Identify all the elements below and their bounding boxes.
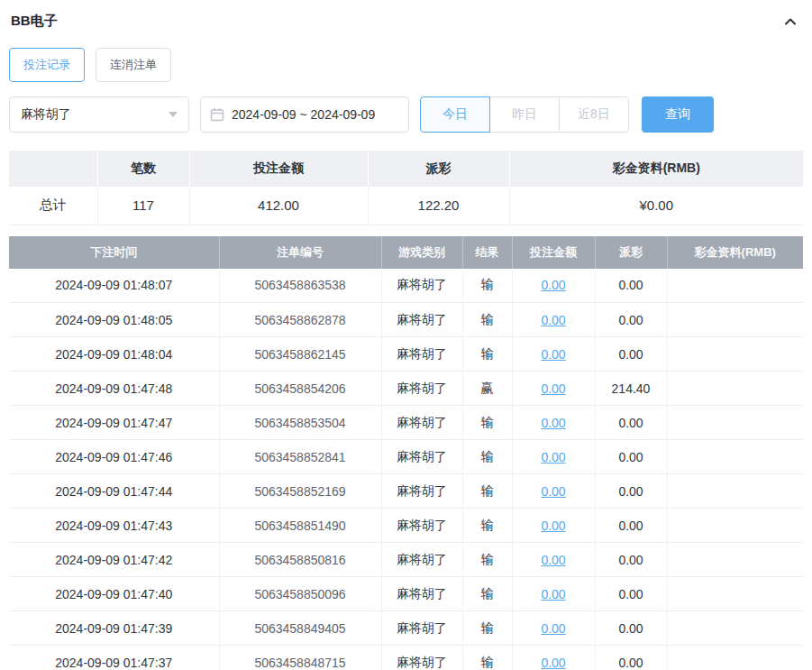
summary-total-label: 总计 [9, 187, 97, 225]
summary-header-bonus: 彩金资料(RMB) [509, 151, 803, 187]
quick-button-yesterday[interactable]: 昨日 [489, 96, 560, 133]
summary-total-count: 117 [97, 187, 189, 225]
cell-bet-amount: 0.00 [512, 337, 595, 372]
summary-total-bet-amount: 412.00 [189, 187, 368, 225]
filter-bar: 麻将胡了 2024-09-09 ~ 2024-09-09 今日 昨日 近8日 查… [9, 96, 803, 133]
bet-table-header-row: 下注时间注单编号游戏类别结果投注金额派彩彩金资料(RMB) [9, 236, 803, 269]
bet-amount-link[interactable]: 0.00 [541, 656, 565, 670]
summary-header-row: 笔数 投注金额 派彩 彩金资料(RMB) [9, 151, 803, 187]
date-range-input[interactable]: 2024-09-09 ~ 2024-09-09 [200, 96, 409, 133]
cell-bet-amount: 0.00 [512, 303, 595, 337]
column-header-order-id: 注单编号 [219, 236, 381, 269]
collapse-panel-button[interactable] [783, 14, 798, 29]
bet-amount-link[interactable]: 0.00 [541, 587, 565, 601]
cell-order-id: 5063458849405 [219, 611, 381, 646]
table-row: 2024-09-09 01:47:395063458849405麻将胡了输0.0… [9, 611, 803, 646]
cell-bet-amount: 0.00 [512, 611, 595, 646]
cell-order-id: 5063458850816 [219, 543, 381, 577]
cell-result: 输 [462, 543, 512, 577]
column-header-time: 下注时间 [9, 236, 219, 269]
cell-game-type: 麻将胡了 [381, 440, 462, 474]
bet-amount-link[interactable]: 0.00 [541, 621, 565, 636]
bet-amount-link[interactable]: 0.00 [541, 553, 565, 567]
cell-result: 输 [462, 303, 512, 337]
cell-order-id: 5063458852169 [219, 474, 381, 509]
cell-game-type: 麻将胡了 [381, 372, 462, 406]
cell-bonus [667, 646, 803, 670]
cell-order-id: 5063458854206 [219, 372, 381, 406]
cell-order-id: 5063458851490 [219, 509, 381, 543]
cell-payout: 214.40 [595, 372, 667, 406]
cell-payout: 0.00 [595, 611, 667, 646]
cell-game-type: 麻将胡了 [381, 303, 462, 337]
cell-result: 输 [462, 509, 512, 543]
cell-time: 2024-09-09 01:47:40 [9, 577, 219, 611]
bet-amount-link[interactable]: 0.00 [541, 381, 565, 396]
cell-game-type: 麻将胡了 [381, 646, 462, 670]
table-row: 2024-09-09 01:47:405063458850096麻将胡了输0.0… [9, 577, 803, 611]
bet-amount-link[interactable]: 0.00 [541, 278, 565, 292]
cell-time: 2024-09-09 01:47:46 [9, 440, 219, 474]
table-row: 2024-09-09 01:47:435063458851490麻将胡了输0.0… [9, 509, 803, 543]
cell-game-type: 麻将胡了 [381, 337, 462, 372]
cell-order-id: 5063458863538 [219, 269, 381, 303]
table-row: 2024-09-09 01:47:445063458852169麻将胡了输0.0… [9, 474, 803, 509]
quick-button-last8days[interactable]: 近8日 [559, 96, 629, 133]
bet-records-panel: BB电子 投注记录 连消注单 麻将胡了 2024-09-09 ~ 2024-09… [0, 0, 812, 670]
cell-game-type: 麻将胡了 [381, 611, 462, 646]
chevron-down-icon [169, 112, 178, 117]
search-button[interactable]: 查询 [642, 96, 714, 133]
cell-bet-amount: 0.00 [512, 577, 595, 611]
cell-time: 2024-09-09 01:48:05 [9, 303, 219, 337]
cell-bonus [667, 269, 803, 303]
cell-time: 2024-09-09 01:47:42 [9, 543, 219, 577]
cell-bonus [667, 337, 803, 372]
bet-amount-link[interactable]: 0.00 [541, 347, 565, 362]
cell-game-type: 麻将胡了 [381, 543, 462, 577]
cell-payout: 0.00 [595, 406, 667, 440]
bet-amount-link[interactable]: 0.00 [541, 416, 565, 430]
cell-time: 2024-09-09 01:48:07 [9, 269, 219, 303]
cell-order-id: 5063458862145 [219, 337, 381, 372]
cell-bet-amount: 0.00 [512, 474, 595, 509]
bet-amount-link[interactable]: 0.00 [541, 450, 565, 464]
column-header-game-type: 游戏类别 [381, 236, 462, 269]
cell-order-id: 5063458853504 [219, 406, 381, 440]
cell-game-type: 麻将胡了 [381, 577, 462, 611]
tab-cancelled-orders[interactable]: 连消注单 [96, 48, 171, 82]
table-row: 2024-09-09 01:47:465063458852841麻将胡了输0.0… [9, 440, 803, 474]
cell-payout: 0.00 [595, 646, 667, 670]
cell-payout: 0.00 [595, 474, 667, 509]
column-header-result: 结果 [462, 236, 512, 269]
cell-bet-amount: 0.00 [512, 646, 595, 670]
cell-order-id: 5063458852841 [219, 440, 381, 474]
bet-amount-link[interactable]: 0.00 [541, 313, 565, 327]
cell-bet-amount: 0.00 [512, 406, 595, 440]
cell-order-id: 5063458862878 [219, 303, 381, 337]
game-select[interactable]: 麻将胡了 [9, 96, 189, 133]
quick-button-today[interactable]: 今日 [420, 96, 490, 133]
bet-amount-link[interactable]: 0.00 [541, 519, 565, 533]
summary-header-bet-amount: 投注金额 [189, 151, 368, 187]
bet-amount-link[interactable]: 0.00 [541, 484, 565, 499]
cell-order-id: 5063458850096 [219, 577, 381, 611]
cell-bet-amount: 0.00 [512, 372, 595, 406]
cell-bonus [667, 509, 803, 543]
bet-records-table: 下注时间注单编号游戏类别结果投注金额派彩彩金资料(RMB) 2024-09-09… [9, 236, 803, 670]
panel-header: BB电子 [9, 9, 803, 33]
cell-game-type: 麻将胡了 [381, 474, 462, 509]
cell-result: 赢 [462, 372, 512, 406]
cell-result: 输 [462, 611, 512, 646]
table-row: 2024-09-09 01:47:375063458848715麻将胡了输0.0… [9, 646, 803, 670]
cell-result: 输 [462, 269, 512, 303]
tab-bet-records[interactable]: 投注记录 [9, 48, 85, 82]
column-header-bonus: 彩金资料(RMB) [667, 236, 803, 269]
cell-bet-amount: 0.00 [512, 543, 595, 577]
cell-result: 输 [462, 474, 512, 509]
cell-bet-amount: 0.00 [512, 509, 595, 543]
cell-result: 输 [462, 646, 512, 670]
calendar-icon [210, 107, 224, 122]
cell-payout: 0.00 [595, 577, 667, 611]
table-row: 2024-09-09 01:47:425063458850816麻将胡了输0.0… [9, 543, 803, 577]
tab-bar: 投注记录 连消注单 [9, 48, 803, 82]
